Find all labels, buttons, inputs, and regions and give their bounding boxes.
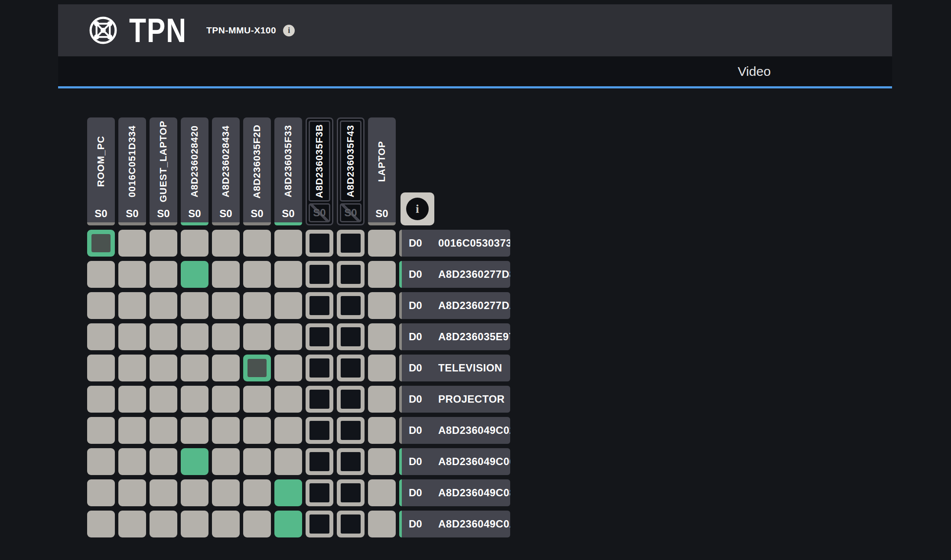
crosspoint-cell[interactable] [274, 323, 302, 350]
crosspoint-cell[interactable] [368, 386, 396, 413]
tpn-logo-icon [88, 16, 118, 45]
crosspoint-cell[interactable] [181, 448, 208, 475]
crosspoint-cell[interactable] [274, 479, 302, 506]
crosspoint-cell[interactable] [118, 323, 146, 350]
crosspoint-cell[interactable] [87, 479, 115, 506]
crosspoint-cell[interactable] [243, 230, 271, 257]
crosspoint-cell[interactable] [181, 417, 208, 444]
crosspoint-cell[interactable] [243, 292, 271, 319]
crosspoint-cell[interactable] [274, 230, 302, 257]
crosspoint-cell[interactable] [118, 261, 146, 288]
crosspoint-cell[interactable] [243, 511, 271, 537]
crosspoint-cell[interactable] [274, 417, 302, 444]
crosspoint-cell[interactable] [212, 355, 240, 381]
crosspoint-cell[interactable] [212, 417, 240, 444]
crosspoint-cell[interactable] [181, 261, 208, 288]
crosspoint-cell[interactable] [243, 261, 271, 288]
crosspoint-cell[interactable] [243, 355, 271, 381]
crosspoint-cell[interactable] [150, 417, 177, 444]
crosspoint-cell[interactable] [87, 386, 115, 413]
source-column-header: LAPTOPS0 [368, 117, 396, 225]
device-info-icon[interactable]: i [283, 25, 295, 36]
crosspoint-cell[interactable] [150, 511, 177, 537]
crosspoint-cell[interactable] [368, 292, 396, 319]
crosspoint-cell[interactable] [118, 479, 146, 506]
crosspoint-cell[interactable] [118, 448, 146, 475]
crosspoint-cell[interactable] [87, 417, 115, 444]
crosspoint-cell[interactable] [118, 417, 146, 444]
crosspoint-cell[interactable] [368, 355, 396, 381]
crosspoint-cell[interactable] [243, 386, 271, 413]
crosspoint-cell[interactable] [181, 386, 208, 413]
crosspoint-cell[interactable] [87, 448, 115, 475]
crosspoint-cell[interactable] [212, 448, 240, 475]
destination-name-label: A8D236035E97 [438, 331, 510, 343]
crosspoint-cell[interactable] [368, 323, 396, 350]
destination-label: D0TELEVISION [399, 355, 510, 381]
crosspoint-cell[interactable] [87, 323, 115, 350]
crosspoint-cell[interactable] [243, 448, 271, 475]
device-model-label: TPN-MMU-X100 [206, 25, 276, 36]
crosspoint-cell[interactable] [368, 448, 396, 475]
crosspoint-cell[interactable] [150, 292, 177, 319]
crosspoint-cell[interactable] [87, 511, 115, 537]
crosspoint-cell[interactable] [181, 355, 208, 381]
crosspoint-cell[interactable] [87, 355, 115, 381]
crosspoint-cell[interactable] [118, 386, 146, 413]
crosspoint-cell[interactable] [243, 479, 271, 506]
crosspoint-cell[interactable] [87, 261, 115, 288]
crosspoint-cell[interactable] [87, 292, 115, 319]
crosspoint-cell[interactable] [118, 511, 146, 537]
crosspoint-cell[interactable] [274, 511, 302, 537]
crosspoint-cell[interactable] [118, 230, 146, 257]
destination-port-label: D0 [409, 268, 428, 280]
crosspoint-cell[interactable] [274, 386, 302, 413]
crosspoint-cell[interactable] [368, 230, 396, 257]
crosspoint-cell[interactable] [181, 323, 208, 350]
crosspoint-cell[interactable] [150, 323, 177, 350]
crosspoint-cell[interactable] [212, 292, 240, 319]
crosspoint-cell[interactable] [87, 230, 115, 257]
source-port-label: S0 [87, 205, 115, 222]
crosspoint-cell[interactable] [368, 479, 396, 506]
crosspoint-cell[interactable] [274, 355, 302, 381]
crosspoint-cell[interactable] [212, 386, 240, 413]
crosspoint-cell[interactable] [181, 479, 208, 506]
crosspoint-cell[interactable] [181, 292, 208, 319]
crosspoint-cell[interactable] [368, 511, 396, 537]
source-name-label: 0016C051D334 [127, 125, 138, 197]
destination-port-label: D0 [409, 393, 428, 405]
destination-status-bar [399, 323, 402, 350]
crosspoint-cell[interactable] [243, 417, 271, 444]
destination-port-label: D0 [409, 362, 428, 374]
crosspoint-cell[interactable] [181, 230, 208, 257]
crosspoint-cell[interactable] [181, 511, 208, 537]
crosspoint-cell[interactable] [212, 323, 240, 350]
crosspoint-cell[interactable] [150, 355, 177, 381]
crosspoint-cell[interactable] [243, 323, 271, 350]
offline-crosspoint-inner [341, 452, 361, 471]
offline-crosspoint-inner [309, 483, 329, 502]
crosspoint-cell[interactable] [150, 230, 177, 257]
crosspoint-cell[interactable] [274, 448, 302, 475]
crosspoint-cell[interactable] [150, 448, 177, 475]
destination-label: D00016C0530373 [399, 230, 510, 257]
crosspoint-cell[interactable] [150, 386, 177, 413]
crosspoint-cell[interactable] [212, 261, 240, 288]
crosspoint-cell[interactable] [368, 261, 396, 288]
crosspoint-cell[interactable] [150, 479, 177, 506]
destination-port-label: D0 [409, 424, 428, 436]
crosspoint-cell[interactable] [212, 479, 240, 506]
crosspoint-cell[interactable] [368, 417, 396, 444]
crosspoint-cell [306, 292, 333, 319]
matrix-info-button[interactable]: i [401, 192, 434, 225]
crosspoint-cell[interactable] [212, 230, 240, 257]
crosspoint-cell[interactable] [118, 292, 146, 319]
crosspoint-cell[interactable] [150, 261, 177, 288]
crosspoint-cell[interactable] [274, 292, 302, 319]
crosspoint-cell[interactable] [212, 511, 240, 537]
crosspoint-cell[interactable] [118, 355, 146, 381]
tab-video[interactable]: Video [738, 64, 771, 79]
crosspoint-cell[interactable] [274, 261, 302, 288]
matrix-row: D0A8D236049C08 [87, 479, 510, 506]
